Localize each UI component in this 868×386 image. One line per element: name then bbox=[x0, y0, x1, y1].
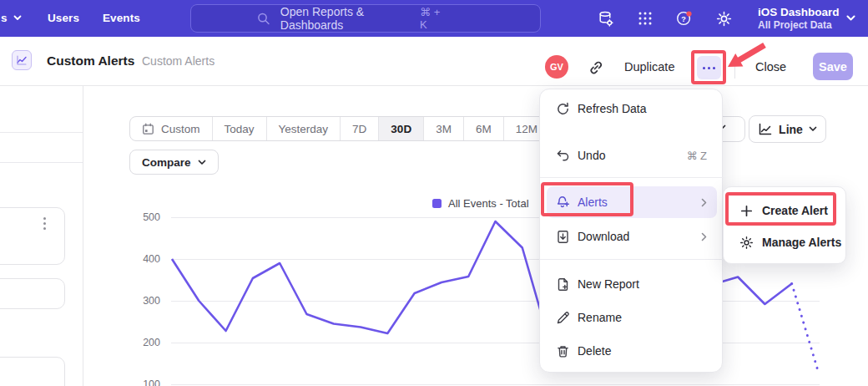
svg-text:100: 100 bbox=[143, 378, 160, 386]
breadcrumb: Custom Alerts bbox=[142, 54, 214, 68]
settings-icon[interactable] bbox=[714, 9, 733, 28]
nav-item-cutoff-label: s bbox=[1, 12, 8, 24]
range-custom[interactable]: Custom bbox=[130, 117, 213, 140]
more-options-button[interactable] bbox=[697, 56, 721, 79]
close-button[interactable]: Close bbox=[755, 60, 786, 74]
undo-shortcut: ⌘ Z bbox=[686, 150, 707, 162]
copy-link-icon[interactable] bbox=[587, 58, 605, 77]
sidebar-divider bbox=[0, 132, 83, 133]
download-icon bbox=[555, 229, 570, 244]
submenu-item-label: Create Alert bbox=[762, 204, 828, 217]
global-search[interactable]: Open Reports & Dashboards ⌘ + K bbox=[190, 4, 541, 33]
menu-item-delete[interactable]: Delete bbox=[547, 336, 717, 366]
date-range-control: Custom Today Yesterday 7D 30D 3M 6M 12M bbox=[129, 116, 550, 141]
chart-legend: All Events - Total bbox=[432, 197, 529, 210]
project-scope: All Project Data bbox=[758, 19, 840, 32]
chevron-down-icon bbox=[13, 15, 22, 21]
data-connections-icon[interactable] bbox=[596, 9, 614, 28]
legend-label: All Events - Total bbox=[448, 197, 529, 210]
project-name: iOS Dashboard bbox=[758, 5, 840, 19]
save-button[interactable]: Save bbox=[813, 53, 853, 80]
app-screen: s Users Events Open Reports & Dashboards… bbox=[0, 0, 868, 386]
svg-text:?: ? bbox=[681, 15, 686, 23]
delete-trash-icon bbox=[555, 343, 570, 358]
range-today[interactable]: Today bbox=[213, 117, 267, 140]
sidebar-divider bbox=[0, 162, 83, 163]
svg-text:200: 200 bbox=[143, 337, 160, 348]
kebab-menu-icon[interactable] bbox=[43, 217, 46, 230]
menu-divider bbox=[540, 259, 724, 260]
menu-item-label: Delete bbox=[578, 344, 611, 358]
plus-icon bbox=[739, 203, 754, 218]
gear-icon bbox=[739, 235, 754, 250]
submenu-item-label: Manage Alerts bbox=[762, 236, 841, 249]
submenu-chevron-icon bbox=[701, 198, 707, 207]
svg-text:300: 300 bbox=[143, 295, 160, 307]
sidebar-card[interactable] bbox=[0, 207, 65, 265]
report-header: › Custom Alerts Custom Alerts GV Duplica… bbox=[0, 37, 868, 86]
chevron-down-icon bbox=[809, 126, 817, 132]
page-title: Custom Alerts bbox=[47, 53, 134, 69]
compare-label: Compare bbox=[142, 156, 191, 169]
svg-text:400: 400 bbox=[143, 253, 160, 265]
search-placeholder: Open Reports & Dashboards bbox=[280, 5, 420, 32]
menu-item-label: New Report bbox=[578, 277, 639, 291]
apps-grid-icon[interactable] bbox=[636, 9, 654, 28]
legend-swatch bbox=[432, 199, 442, 208]
compare-button[interactable]: Compare bbox=[129, 150, 219, 175]
submenu-item-manage-alerts[interactable]: Manage Alerts bbox=[729, 226, 842, 258]
range-yesterday[interactable]: Yesterday bbox=[267, 117, 341, 140]
nav-item-cutoff[interactable]: s bbox=[1, 12, 22, 24]
project-selector[interactable]: iOS Dashboard All Project Data bbox=[758, 3, 861, 34]
undo-icon bbox=[555, 148, 570, 163]
svg-text:500: 500 bbox=[143, 211, 160, 223]
range-6m[interactable]: 6M bbox=[464, 117, 504, 140]
chart-type-button[interactable]: Line bbox=[749, 115, 826, 143]
menu-item-new-report[interactable]: New Report bbox=[547, 269, 717, 299]
search-icon bbox=[257, 12, 270, 26]
range-30d-selected[interactable]: 30D bbox=[379, 117, 424, 140]
menu-item-label: Refresh Data bbox=[578, 102, 646, 115]
left-sidebar bbox=[0, 86, 83, 386]
menu-item-label: Alerts bbox=[578, 196, 608, 209]
chevron-down-icon bbox=[846, 15, 855, 22]
chart-type-label: Line bbox=[779, 123, 803, 136]
new-report-icon bbox=[555, 277, 570, 292]
report-icon bbox=[12, 50, 32, 70]
rename-pencil-icon bbox=[555, 310, 570, 325]
menu-item-refresh-data[interactable]: Refresh Data bbox=[547, 96, 717, 121]
sidebar-card[interactable] bbox=[0, 357, 65, 386]
nav-item-events[interactable]: Events bbox=[103, 12, 140, 24]
alert-bell-plus-icon bbox=[555, 195, 570, 210]
menu-item-label: Download bbox=[578, 230, 629, 243]
submenu-chevron-icon bbox=[701, 232, 707, 241]
submenu-item-create-alert[interactable]: Create Alert bbox=[729, 195, 842, 226]
search-shortcut: ⌘ + K bbox=[420, 6, 448, 31]
calendar-icon bbox=[142, 123, 154, 135]
sidebar-card[interactable] bbox=[0, 278, 65, 309]
menu-item-label: Rename bbox=[578, 311, 622, 324]
chevron-down-icon bbox=[198, 160, 206, 165]
menu-item-label: Undo bbox=[578, 149, 605, 162]
nav-item-users[interactable]: Users bbox=[48, 12, 79, 24]
range-7d[interactable]: 7D bbox=[341, 117, 379, 140]
avatar[interactable]: GV bbox=[545, 55, 568, 79]
help-badge bbox=[686, 11, 691, 16]
help-icon[interactable]: ? bbox=[675, 9, 694, 28]
report-options-menu: Refresh Data Data from 1 min ago Undo ⌘ … bbox=[539, 89, 723, 373]
menu-item-alerts[interactable]: Alerts bbox=[547, 186, 717, 218]
range-3m[interactable]: 3M bbox=[424, 117, 464, 140]
duplicate-button[interactable]: Duplicate bbox=[624, 60, 674, 74]
range-label: Custom bbox=[161, 123, 200, 135]
menu-item-undo[interactable]: Undo ⌘ Z bbox=[547, 140, 717, 170]
menu-item-download[interactable]: Download bbox=[547, 221, 717, 251]
header-divider bbox=[734, 56, 735, 79]
menu-item-rename[interactable]: Rename bbox=[547, 302, 717, 333]
menu-divider bbox=[540, 177, 724, 178]
refresh-icon bbox=[555, 101, 570, 116]
alerts-submenu: Create Alert Manage Alerts bbox=[723, 186, 846, 264]
line-chart-icon bbox=[758, 123, 773, 136]
top-nav: s Users Events Open Reports & Dashboards… bbox=[0, 0, 868, 37]
